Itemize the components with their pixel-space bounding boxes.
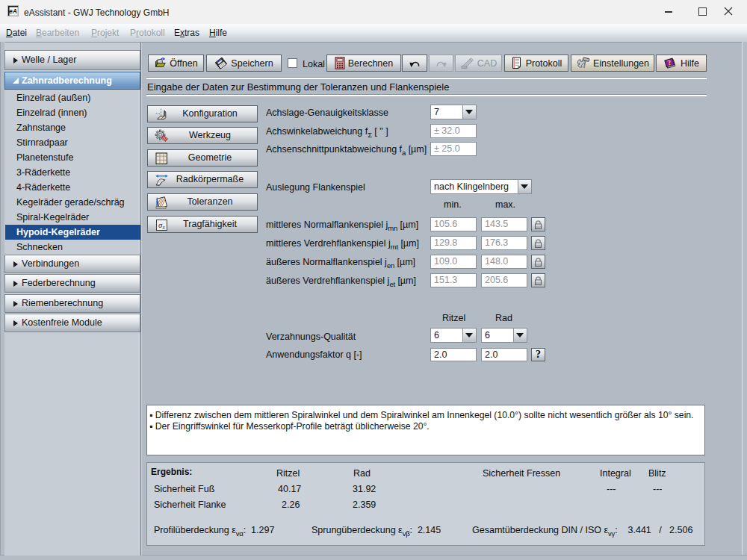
svg-text:x: x xyxy=(162,224,166,231)
